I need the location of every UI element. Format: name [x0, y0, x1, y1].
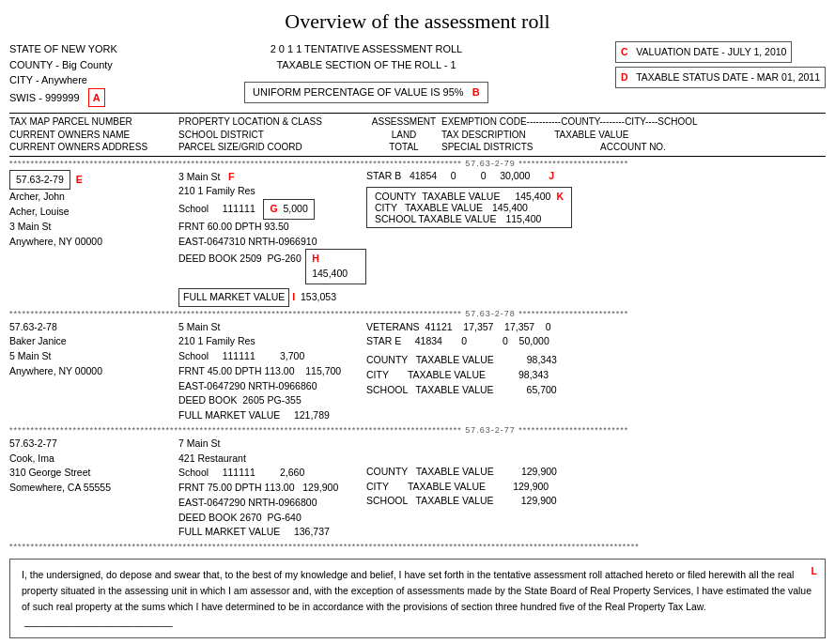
col-location-header: PROPERTY LOCATION & CLASSSCHOOL DISTRICT… — [178, 115, 366, 154]
parcel-1-fmv-label: FULL MARKET VALUE — [178, 288, 289, 307]
roll-section: TAXABLE SECTION OF THE ROLL - 1 — [244, 57, 488, 73]
taxable-status-text: TAXABLE STATUS DATE - MAR 01, 2011 — [636, 71, 820, 83]
taxable-status-letter: D — [621, 71, 628, 83]
col-parcel-header: TAX MAP PARCEL NUMBERCURRENT OWNERS NAME… — [9, 115, 178, 154]
valuation-text: VALUATION DATE - JULY 1, 2010 — [636, 46, 786, 57]
parcel-row-3: 57.63-2-77 Cook, Ima 310 George Street S… — [9, 437, 826, 540]
divider-dots-2: ****************************************… — [9, 309, 826, 318]
parcel-1-i-letter: I — [292, 290, 295, 305]
parcel-2-right: VETERANS 41121 17,357 17,357 0 STAR E 41… — [366, 320, 826, 423]
parcel-1-owner1: Archer, John — [9, 190, 178, 205]
parcel-3-middle: 7 Main St 421 Restaurant School 111111 2… — [178, 437, 366, 540]
parcel-1-id-box: 57.63-2-79 — [9, 170, 70, 191]
col-exemption-header: EXEMPTION CODE-----------COUNTY--------C… — [441, 115, 826, 154]
parcel-1-total-box: H 145,400 — [305, 249, 366, 284]
divider-dots-4: ****************************************… — [9, 542, 826, 551]
swis-row: SWIS - 999999 A — [9, 88, 117, 108]
city-label: CITY - Anywhere — [9, 72, 117, 88]
uniform-box: UNIFORM PERCENTAGE OF VALUE IS 95% B — [244, 82, 488, 103]
page-title: Overview of the assessment roll — [9, 9, 826, 34]
swis-letter: A — [93, 92, 101, 103]
footer-text: I, the undersigned, do depose and swear … — [22, 569, 812, 612]
state-label: STATE OF NEW YORK — [9, 41, 117, 57]
parcel-1-owner3: 3 Main St — [9, 220, 178, 235]
divider-dots-1: ****************************************… — [9, 159, 826, 168]
divider-dots-3: ****************************************… — [9, 425, 826, 435]
parcel-1-f-letter: F — [228, 171, 234, 182]
valuation-letter: C — [621, 46, 628, 57]
signature-line: ___________________________ — [24, 616, 173, 627]
footer-letter: L — [812, 563, 817, 579]
parcel-2-left: 57.63-2-78 Baker Janice 5 Main St Anywhe… — [9, 320, 178, 423]
uniform-letter: B — [472, 86, 480, 98]
col-assessment-header: ASSESSMENTLANDTOTAL — [366, 115, 441, 154]
parcel-1-left: 57.63-2-79 E Archer, John Acher, Louise … — [9, 170, 178, 307]
parcel-row-1: 57.63-2-79 E Archer, John Acher, Louise … — [9, 170, 826, 307]
parcel-1-owner2: Acher, Louise — [9, 205, 178, 220]
roll-type: 2 0 1 1 TENTATIVE ASSESSMENT ROLL — [244, 41, 488, 57]
parcel-1-e-letter: E — [76, 174, 83, 185]
parcel-2-middle: 5 Main St 210 1 Family Res School 111111… — [178, 320, 366, 423]
parcel-1-owner4: Anywhere, NY 00000 — [9, 235, 178, 250]
parcel-1-middle: 3 Main St F 210 1 Family Res School 1111… — [178, 170, 366, 307]
county-label: COUNTY - Big County — [9, 57, 117, 73]
parcel-row-2: 57.63-2-78 Baker Janice 5 Main St Anywhe… — [9, 320, 826, 423]
header-left: STATE OF NEW YORK COUNTY - Big County CI… — [9, 41, 117, 107]
uniform-text: UNIFORM PERCENTAGE OF VALUE IS 95% — [253, 86, 464, 98]
column-headers: TAX MAP PARCEL NUMBERCURRENT OWNERS NAME… — [9, 113, 826, 157]
footer-section: L I, the undersigned, do depose and swea… — [9, 559, 826, 638]
swis-label: SWIS - 999999 — [9, 92, 80, 103]
parcel-1-exemption-row: STAR B 41854 0 0 30,000 J — [366, 170, 826, 181]
parcel-1-k-letter: K — [556, 191, 564, 202]
taxable-status-box: D TAXABLE STATUS DATE - MAR 01, 2011 — [615, 67, 826, 88]
swis-box: A — [88, 88, 105, 108]
parcel-3-left: 57.63-2-77 Cook, Ima 310 George Street S… — [9, 437, 178, 540]
parcel-3-right: COUNTY TAXABLE VALUE 129,900 CITY TAXABL… — [366, 437, 826, 540]
valuation-box: C VALUATION DATE - JULY 1, 2010 — [615, 41, 792, 63]
header-section: STATE OF NEW YORK COUNTY - Big County CI… — [9, 41, 826, 107]
parcel-1-right: STAR B 41854 0 0 30,000 J COUNTYTAXABLE … — [366, 170, 826, 307]
parcel-1-taxable-box: COUNTYTAXABLE VALUE145,400 K CITYTAXABLE… — [366, 187, 572, 228]
header-center: 2 0 1 1 TENTATIVE ASSESSMENT ROLL TAXABL… — [244, 41, 488, 107]
parcel-1-land-box: G 5,000 — [263, 199, 314, 220]
header-right: C VALUATION DATE - JULY 1, 2010 D TAXABL… — [615, 41, 826, 107]
parcel-1-j-letter: J — [549, 170, 554, 181]
